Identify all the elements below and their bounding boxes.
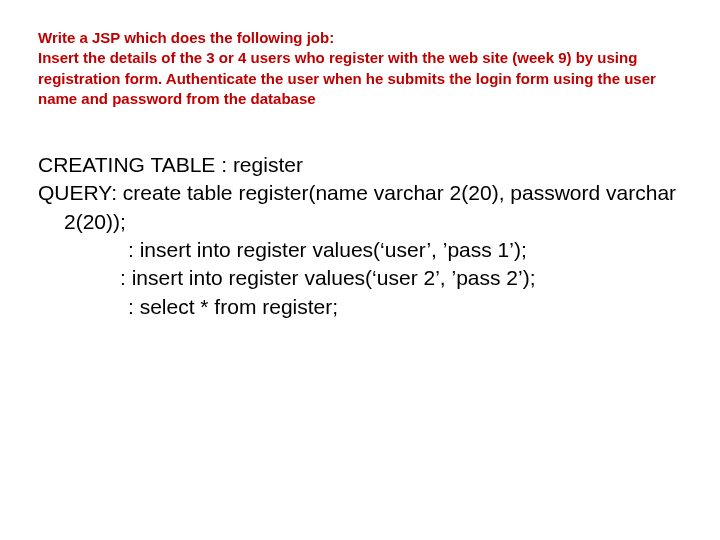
heading-line-2: Insert the details of the 3 or 4 users w… xyxy=(38,49,656,107)
slide-heading: Write a JSP which does the following job… xyxy=(38,28,682,109)
heading-line-1: Write a JSP which does the following job… xyxy=(38,29,334,46)
query-insert-2: : insert into register values(‘user 2’, … xyxy=(38,264,682,292)
slide: Write a JSP which does the following job… xyxy=(0,0,720,540)
create-table-line: CREATING TABLE : register xyxy=(38,151,682,179)
query-create-line: QUERY: create table register(name varcha… xyxy=(38,179,682,236)
slide-body: CREATING TABLE : register QUERY: create … xyxy=(38,151,682,321)
query-select: : select * from register; xyxy=(38,293,682,321)
query-insert-1: : insert into register values(‘user’, ’p… xyxy=(38,236,682,264)
